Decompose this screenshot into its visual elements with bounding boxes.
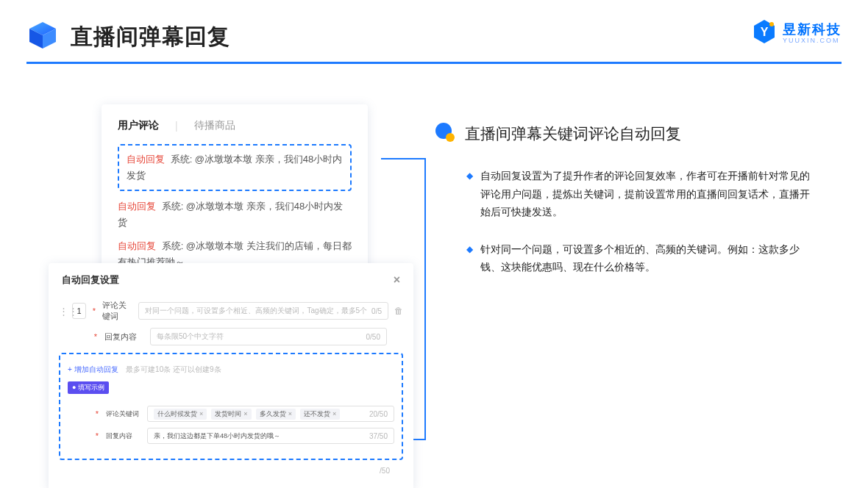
comment-line: 自动回复 系统: @冰墩墩本墩 亲亲，我们48小时内发货 — [118, 198, 352, 231]
bullet-item: ◆ 自动回复设置为了提升作者的评论回复效率，作者可在开播前针对常见的评论用户问题… — [466, 167, 831, 221]
content-label: 回复内容 — [104, 331, 144, 342]
chat-bubble-icon — [434, 121, 456, 146]
remove-tag-icon[interactable]: × — [332, 410, 336, 417]
auto-reply-tag: 自动回复 — [127, 154, 165, 165]
brand-name-en: YUUXIN.COM — [783, 37, 842, 44]
tag-list: 什么时候发货× 发货时间× 多久发货× 还不发货× — [154, 409, 342, 420]
outer-count: /50 — [380, 467, 390, 475]
keyword-input[interactable]: 对同一个问题，可设置多个相近、高频的关键词，Tag确定，最多5个 0/5 — [138, 302, 388, 320]
header-divider — [26, 62, 842, 64]
title-wrap: 直播间弹幕回复 — [26, 19, 230, 54]
input-value: 亲，我们这边都是下单48小时内发货的哦～ — [154, 431, 280, 441]
brand: Y 昱新科技 YUUXIN.COM — [752, 19, 842, 47]
settings-card: 自动回复设置 × ⋮⋮ 1 * 评论关键词 对同一个问题，可设置多个相近、高频的… — [49, 263, 413, 488]
input-count: 37/50 — [369, 432, 388, 440]
keyword-tag[interactable]: 发货时间× — [211, 409, 251, 420]
comments-tabs: 用户评论 | 待播商品 — [118, 119, 352, 132]
keyword-tag[interactable]: 什么时候发货× — [154, 409, 207, 420]
tab-separator: | — [175, 120, 178, 132]
keyword-row: ⋮⋮ 1 * 评论关键词 对同一个问题，可设置多个相近、高频的关键词，Tag确定… — [59, 300, 403, 322]
cube-icon — [26, 19, 59, 54]
required-dot: * — [94, 431, 100, 440]
content-input[interactable]: 每条限50个中文字符 0/50 — [150, 328, 387, 345]
settings-title: 自动回复设置 — [62, 273, 119, 287]
input-placeholder: 对同一个问题，可设置多个相近、高频的关键词，Tag确定，最多5个 — [145, 306, 367, 316]
delete-icon[interactable]: 🗑 — [394, 306, 403, 316]
keyword-label: 评论关键词 — [102, 300, 132, 322]
close-icon[interactable]: × — [394, 273, 400, 287]
diamond-bullet-icon: ◆ — [466, 240, 473, 276]
right-heading: 直播间弹幕关键词评论自动回复 — [434, 121, 831, 146]
required-dot: * — [92, 306, 96, 315]
highlighted-comment: 自动回复 系统: @冰墩墩本墩 亲亲，我们48小时内发货 — [118, 144, 352, 191]
svg-text:Y: Y — [761, 26, 769, 38]
brand-name-cn: 昱新科技 — [783, 23, 842, 36]
remove-tag-icon[interactable]: × — [199, 410, 203, 417]
bullet-text: 自动回复设置为了提升作者的评论回复效率，作者可在开播前针对常见的评论用户问题，提… — [480, 167, 811, 221]
drag-handle-icon[interactable]: ⋮⋮ — [59, 306, 66, 317]
remove-tag-icon[interactable]: × — [288, 410, 292, 417]
tab-pending-products[interactable]: 待播商品 — [194, 119, 235, 132]
input-count: 0/5 — [371, 307, 382, 315]
comments-card: 用户评论 | 待播商品 自动回复 系统: @冰墩墩本墩 亲亲，我们48小时内发货… — [102, 104, 368, 289]
required-dot: * — [93, 332, 99, 341]
required-dot: * — [94, 409, 100, 418]
example-box: + 增加自动回复 最多可建10条 还可以创建9条 ● 填写示例 * 评论关键词 … — [59, 353, 403, 460]
content-row: * 回复内容 每条限50个中文字符 0/50 — [59, 328, 403, 345]
rule-index: 1 — [72, 303, 86, 319]
auto-reply-tag: 自动回复 — [118, 201, 156, 212]
content-label: 回复内容 — [106, 431, 141, 441]
keyword-label: 评论关键词 — [106, 409, 141, 419]
keyword-tag[interactable]: 还不发货× — [300, 409, 340, 420]
input-count: 20/50 — [369, 410, 388, 418]
input-count: 0/50 — [366, 333, 380, 341]
example-content-row: * 回复内容 亲，我们这边都是下单48小时内发货的哦～ 37/50 — [68, 428, 394, 444]
example-keyword-row: * 评论关键词 什么时候发货× 发货时间× 多久发货× 还不发货× 20/50 — [68, 406, 394, 422]
svg-point-6 — [446, 133, 455, 142]
keyword-tag[interactable]: 多久发货× — [256, 409, 296, 420]
bullet-text: 针对同一个问题，可设置多个相近的、高频的关键词。例如：这款多少钱、这块能优惠吗、… — [480, 240, 811, 276]
add-auto-reply-link[interactable]: + 增加自动回复 — [68, 365, 118, 373]
remove-tag-icon[interactable]: × — [243, 410, 247, 417]
auto-reply-tag: 自动回复 — [118, 240, 156, 251]
svg-point-4 — [769, 22, 774, 26]
tab-user-comments[interactable]: 用户评论 — [118, 119, 159, 132]
right-column: 直播间弹幕关键词评论自动回复 ◆ 自动回复设置为了提升作者的评论回复效率，作者可… — [434, 121, 831, 295]
brand-logo-icon: Y — [752, 19, 777, 47]
right-title: 直播间弹幕关键词评论自动回复 — [465, 123, 681, 144]
page-title: 直播间弹幕回复 — [71, 22, 230, 52]
example-keyword-input[interactable]: 什么时候发货× 发货时间× 多久发货× 还不发货× 20/50 — [147, 406, 394, 422]
input-placeholder: 每条限50个中文字符 — [157, 331, 224, 342]
page-header: 直播间弹幕回复 Y 昱新科技 YUUXIN.COM — [26, 19, 842, 54]
diamond-bullet-icon: ◆ — [466, 167, 473, 221]
add-hint: 最多可建10条 还可以创建9条 — [126, 365, 221, 373]
example-badge: ● 填写示例 — [68, 381, 109, 394]
example-content-input[interactable]: 亲，我们这边都是下单48小时内发货的哦～ 37/50 — [147, 428, 394, 444]
bullet-item: ◆ 针对同一个问题，可设置多个相近的、高频的关键词。例如：这款多少钱、这块能优惠… — [466, 240, 831, 276]
